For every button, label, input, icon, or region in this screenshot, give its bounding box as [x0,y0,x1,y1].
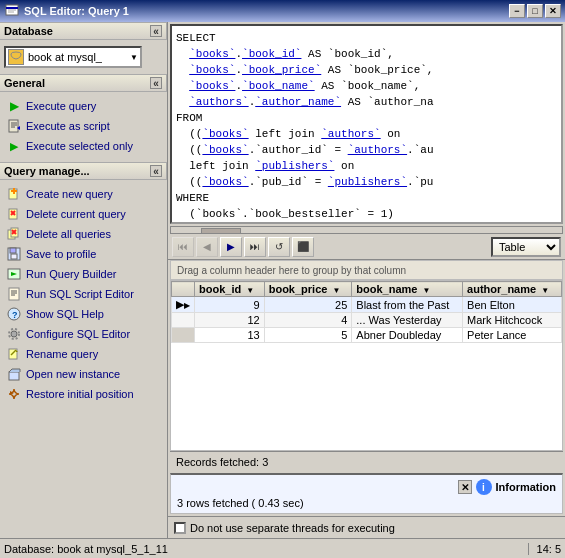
group-header: Drag a column header here to group by th… [170,260,563,280]
sort-icon-author-name: ▼ [541,286,549,295]
sort-icon-book-id: ▼ [246,286,254,295]
sql-line-10: ((`books`.`pub_id` = `publishers`.`pu [176,174,557,190]
database-label: Database [4,25,53,37]
next-record-button[interactable]: ▶ [220,237,242,257]
info-panel-header: ✕ i Information [177,479,556,495]
records-fetched-text: Records fetched: 3 [176,456,268,468]
row-indicator [172,313,195,328]
open-new-instance-item[interactable]: Open new instance [4,364,163,384]
open-new-instance-icon [6,366,22,382]
first-record-button[interactable]: ⏮ [172,237,194,257]
delete-all-queries-label: Delete all queries [26,228,111,240]
save-to-profile-item[interactable]: Save to profile [4,244,163,264]
last-record-button[interactable]: ⏭ [244,237,266,257]
general-section: ▶ Execute query Execute as script ▶ Exec… [0,94,167,162]
group-header-text: Drag a column header here to group by th… [177,265,406,276]
row-indicator-header [172,282,195,297]
configure-sql-editor-item[interactable]: Configure SQL Editor [4,324,163,344]
svg-rect-22 [11,254,17,259]
show-sql-help-item[interactable]: ? Show SQL Help [4,304,163,324]
execute-selected-icon: ▶ [6,138,22,154]
rename-query-label: Rename query [26,348,98,360]
run-query-builder-label: Run Query Builder [26,268,117,280]
run-script-editor-item[interactable]: Run SQL Script Editor [4,284,163,304]
execute-script-item[interactable]: Execute as script [4,116,163,136]
cell-book_price: 25 [264,297,352,313]
sql-editor-wrapper: SELECT `books`.`book_id` AS `book_id`, `… [170,24,563,224]
no-threads-label: Do not use separate threads for executin… [190,522,395,534]
stop-button[interactable]: ⬛ [292,237,314,257]
editor-h-scrollbar[interactable] [170,226,563,234]
run-script-editor-label: Run SQL Script Editor [26,288,134,300]
execute-script-icon [6,118,22,134]
info-icon: i [476,479,492,495]
delete-all-queries-icon [6,226,22,242]
execute-query-item[interactable]: ▶ Execute query [4,96,163,116]
database-dropdown[interactable]: book at mysql_ ▼ [4,46,142,68]
query-manager-section: Create new query Delete current query De… [0,182,167,410]
results-table-container[interactable]: book_id ▼ book_price ▼ book_name ▼ [170,280,563,451]
window-controls[interactable]: − □ ✕ [509,4,561,18]
minimize-button[interactable]: − [509,4,525,18]
maximize-button[interactable]: □ [527,4,543,18]
query-manager-collapse-btn[interactable]: « [150,165,162,177]
database-name: book at mysql_ [28,51,102,63]
sort-icon-book-price: ▼ [332,286,340,295]
cell-author_name: Mark Hitchcock [463,313,562,328]
col-header-book-price[interactable]: book_price ▼ [264,282,352,297]
left-panel: Database « book at mysql_ ▼ General « [0,22,168,538]
execute-selected-label: Execute selected only [26,140,133,152]
view-select[interactable]: Table Form Text [491,237,561,257]
query-manager-label: Query manage... [4,165,90,177]
cell-book_id: 12 [195,313,265,328]
right-panel: SELECT `books`.`book_id` AS `book_id`, `… [168,22,565,538]
row-indicator [172,328,195,343]
info-title: Information [496,481,557,493]
no-threads-checkbox[interactable] [174,522,186,534]
create-new-query-label: Create new query [26,188,113,200]
sql-line-3: `books`.`book_price` AS `book_price`, [176,62,557,78]
restore-initial-position-item[interactable]: Restore initial position [4,384,163,404]
prev-record-button[interactable]: ◀ [196,237,218,257]
delete-all-queries-item[interactable]: Delete all queries [4,224,163,244]
info-message: 3 rows fetched ( 0.43 sec) [177,497,556,509]
sql-line-8: ((`books`.`author_id` = `authors`.`au [176,142,557,158]
execute-selected-item[interactable]: ▶ Execute selected only [4,136,163,156]
database-collapse-btn[interactable]: « [150,25,162,37]
general-label: General [4,77,45,89]
info-close-button[interactable]: ✕ [458,480,472,494]
results-table: book_id ▼ book_price ▼ book_name ▼ [171,281,562,343]
row-indicator: ▶ [172,297,195,313]
cell-book_id: 9 [195,297,265,313]
table-header-row: book_id ▼ book_price ▼ book_name ▼ [172,282,562,297]
records-fetched: Records fetched: 3 [170,451,563,471]
cell-author_name: Ben Elton [463,297,562,313]
configure-sql-editor-icon [6,326,22,342]
col-header-book-name[interactable]: book_name ▼ [352,282,463,297]
configure-sql-editor-label: Configure SQL Editor [26,328,130,340]
query-manager-section-header: Query manage... « [0,162,167,180]
main-window: Database « book at mysql_ ▼ General « [0,22,565,558]
sql-line-7: ((`books` left join `authors` on [176,126,557,142]
create-new-query-item[interactable]: Create new query [4,184,163,204]
table-row: 124... Was YesterdayMark Hitchcock [172,313,562,328]
window-title: SQL Editor: Query 1 [24,5,509,17]
sql-line-11: WHERE [176,190,557,206]
open-new-instance-label: Open new instance [26,368,120,380]
col-header-author-name[interactable]: author_name ▼ [463,282,562,297]
close-button[interactable]: ✕ [545,4,561,18]
refresh-button[interactable]: ↺ [268,237,290,257]
sql-line-4: `books`.`book_name` AS `book_name`, [176,78,557,94]
table-row: ▶925Blast from the PastBen Elton [172,297,562,313]
col-header-book-id[interactable]: book_id ▼ [195,282,265,297]
database-section-header: Database « [0,22,167,40]
rename-query-item[interactable]: Rename query [4,344,163,364]
sql-editor[interactable]: SELECT `books`.`book_id` AS `book_id`, `… [170,24,563,224]
delete-current-query-icon [6,206,22,222]
rename-query-icon [6,346,22,362]
delete-current-query-item[interactable]: Delete current query [4,204,163,224]
general-collapse-btn[interactable]: « [150,77,162,89]
svg-rect-36 [9,372,19,380]
sql-line-1: SELECT [176,30,557,46]
run-query-builder-item[interactable]: Run Query Builder [4,264,163,284]
